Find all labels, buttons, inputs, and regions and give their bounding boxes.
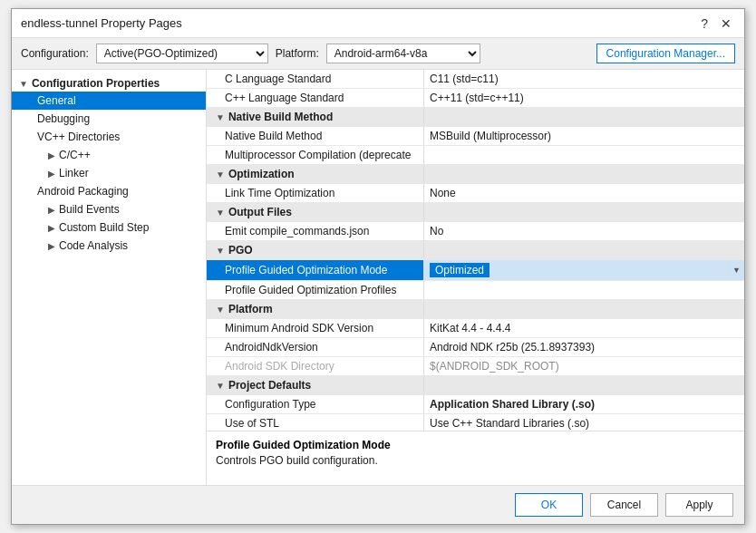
build-events-arrow-icon: ▶ (48, 205, 55, 215)
prop-name: AndroidNdkVersion (207, 338, 424, 356)
main-panel: C Language Standard C11 (std=c11) C++ La… (207, 70, 744, 485)
pgo-mode-name: Profile Guided Optimization Mode (207, 260, 424, 280)
prop-name: Native Build Method (207, 127, 424, 145)
section-triangle-icon: ▼ (216, 170, 225, 179)
bottom-buttons: OK Cancel Apply (12, 485, 744, 524)
section-label: ▼Optimization (207, 165, 424, 183)
table-row: Configuration Type Application Shared Li… (207, 395, 744, 414)
table-row: Profile Guided Optimization Profiles (207, 281, 744, 300)
section-triangle-icon: ▼ (216, 246, 225, 256)
prop-name: C++ Language Standard (207, 89, 424, 107)
group-label: Configuration Properties (32, 77, 160, 90)
platform-label: Platform: (276, 47, 319, 60)
section-triangle-icon: ▼ (216, 305, 225, 315)
config-label: Configuration: (21, 47, 89, 60)
prop-value: Use C++ Standard Libraries (.so) (424, 414, 744, 431)
property-pages-dialog: endless-tunnel Property Pages ? ✕ Config… (11, 8, 745, 525)
apply-button[interactable]: Apply (665, 493, 733, 517)
prop-name: Profile Guided Optimization Profiles (207, 281, 424, 299)
prop-value (424, 203, 744, 221)
prop-value (424, 165, 744, 183)
table-row: Android SDK Directory $(ANDROID_SDK_ROOT… (207, 357, 744, 376)
configuration-select[interactable]: Active(PGO-Optimized) (96, 44, 268, 63)
sidebar: ▼ Configuration Properties General Debug… (12, 70, 207, 485)
section-triangle-icon: ▼ (216, 381, 225, 391)
section-label: ▼Project Defaults (207, 376, 424, 394)
prop-value (424, 241, 744, 259)
prop-name: Link Time Optimization (207, 184, 424, 202)
section-triangle-icon: ▼ (216, 112, 225, 122)
prop-value: $(ANDROID_SDK_ROOT) (424, 357, 744, 375)
prop-value: KitKat 4.4 - 4.4.4 (424, 319, 744, 337)
section-header-platform: ▼Platform (207, 300, 744, 319)
description-text: Controls PGO build configuration. (216, 454, 735, 467)
sidebar-item-cpp[interactable]: ▶C/C++ (12, 146, 206, 164)
prop-value: MSBuild (Multiprocessor) (424, 127, 744, 145)
prop-name: Android SDK Directory (207, 357, 424, 375)
ok-button[interactable]: OK (515, 493, 583, 517)
table-row: Link Time Optimization None (207, 184, 744, 203)
sidebar-item-android-packaging[interactable]: Android Packaging (12, 182, 206, 200)
sidebar-item-vc-dirs[interactable]: VC++ Directories (12, 128, 206, 146)
sidebar-item-custom-build-step[interactable]: ▶Custom Build Step (12, 218, 206, 237)
close-button[interactable]: ✕ (717, 17, 735, 30)
table-row: Native Build Method MSBuild (Multiproces… (207, 127, 744, 146)
prop-name: Multiprocessor Compilation (deprecate (207, 146, 424, 164)
title-bar: endless-tunnel Property Pages ? ✕ (12, 9, 744, 38)
sidebar-item-general[interactable]: General (12, 92, 206, 110)
group-triangle-icon: ▼ (19, 79, 28, 89)
prop-name: Configuration Type (207, 395, 424, 413)
table-row: Multiprocessor Compilation (deprecate (207, 146, 744, 165)
prop-value (424, 376, 744, 394)
section-header-project-defaults: ▼Project Defaults (207, 376, 744, 395)
properties-table: C Language Standard C11 (std=c11) C++ La… (207, 70, 744, 431)
help-button[interactable]: ? (697, 17, 712, 30)
cancel-button[interactable]: Cancel (590, 493, 658, 517)
config-manager-button[interactable]: Configuration Manager... (596, 44, 735, 63)
prop-name: Emit compile_commands.json (207, 222, 424, 240)
table-row: Minimum Android SDK Version KitKat 4.4 -… (207, 319, 744, 338)
cpp-arrow-icon: ▶ (48, 150, 55, 160)
prop-value: C11 (std=c11) (424, 70, 744, 88)
section-label: ▼PGO (207, 241, 424, 259)
prop-value: None (424, 184, 744, 202)
sidebar-item-code-analysis[interactable]: ▶Code Analysis (12, 237, 206, 255)
table-row-pgo-mode[interactable]: Profile Guided Optimization Mode Optimiz… (207, 260, 744, 281)
table-row: C++ Language Standard C++11 (std=c++11) (207, 89, 744, 108)
description-title: Profile Guided Optimization Mode (216, 439, 735, 451)
prop-value: No (424, 222, 744, 240)
prop-value: C++11 (std=c++11) (424, 89, 744, 107)
optimized-badge: Optimized (430, 263, 489, 277)
prop-name: Minimum Android SDK Version (207, 319, 424, 337)
linker-arrow-icon: ▶ (48, 169, 55, 179)
prop-value (424, 108, 744, 126)
toolbar: Configuration: Active(PGO-Optimized) Pla… (12, 38, 744, 70)
config-properties-group: ▼ Configuration Properties General Debug… (12, 73, 206, 257)
section-label: ▼Output Files (207, 203, 424, 221)
prop-value (424, 300, 744, 318)
prop-value (424, 281, 744, 299)
content-area: ▼ Configuration Properties General Debug… (12, 70, 744, 485)
pgo-dropdown-arrow[interactable]: ▼ (728, 260, 744, 280)
sidebar-item-debugging[interactable]: Debugging (12, 110, 206, 128)
code-analysis-arrow-icon: ▶ (48, 241, 55, 251)
prop-value (424, 146, 744, 164)
platform-select[interactable]: Android-arm64-v8a (326, 44, 480, 63)
description-panel: Profile Guided Optimization Mode Control… (207, 431, 744, 485)
section-header-optimization: ▼Optimization (207, 165, 744, 184)
dialog-title: endless-tunnel Property Pages (21, 16, 182, 30)
table-row: Use of STL Use C++ Standard Libraries (.… (207, 414, 744, 431)
section-triangle-icon: ▼ (216, 208, 225, 218)
prop-value: Application Shared Library (.so) (424, 395, 744, 413)
custom-build-arrow-icon: ▶ (48, 223, 55, 233)
prop-name: C Language Standard (207, 70, 424, 88)
table-row: C Language Standard C11 (std=c11) (207, 70, 744, 89)
sidebar-item-build-events[interactable]: ▶Build Events (12, 200, 206, 218)
section-label: ▼Native Build Method (207, 108, 424, 126)
config-properties-header[interactable]: ▼ Configuration Properties (12, 75, 206, 92)
section-label: ▼Platform (207, 300, 424, 318)
table-row: AndroidNdkVersion Android NDK r25b (25.1… (207, 338, 744, 357)
prop-name: Use of STL (207, 414, 424, 431)
section-header-native-build: ▼Native Build Method (207, 108, 744, 127)
sidebar-item-linker[interactable]: ▶Linker (12, 164, 206, 182)
